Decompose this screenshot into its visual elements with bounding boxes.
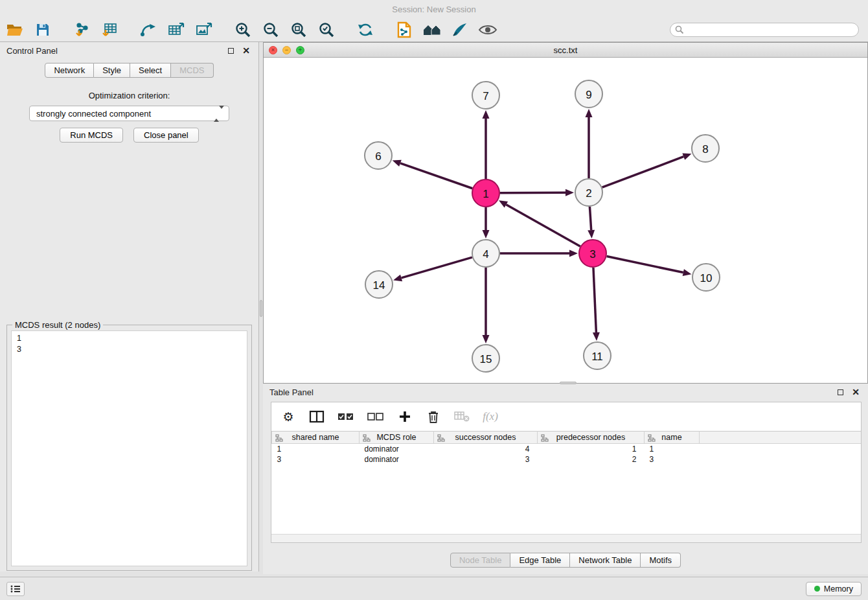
tab-node-table[interactable]: Node Table (450, 553, 511, 568)
table-toolbar: ⚙ f(x) (271, 402, 861, 431)
graph-edge[interactable] (402, 257, 472, 278)
zoom-out-icon[interactable] (261, 21, 280, 39)
graph-edge-arrow-icon (682, 154, 691, 160)
run-mcds-button[interactable]: Run MCDS (60, 128, 123, 143)
window-titlebar: Session: New Session (0, 0, 868, 18)
delete-columns-icon[interactable] (426, 408, 441, 425)
close-panel-button[interactable]: Close panel (133, 128, 199, 143)
import-table-from-file-icon[interactable] (100, 21, 119, 39)
column-header-predecessor-nodes[interactable]: predecessor nodes (538, 432, 645, 444)
graph-edge[interactable] (607, 257, 683, 273)
graph-node-label: 6 (375, 150, 381, 163)
close-table-panel-icon[interactable]: ✕ (850, 386, 862, 398)
graph-edge-arrow-icon (393, 275, 402, 282)
float-panel-icon[interactable] (225, 45, 236, 56)
tab-style[interactable]: Style (94, 63, 130, 78)
graph-node-label: 2 (586, 187, 591, 200)
graph-edge[interactable] (400, 163, 472, 189)
graph-edge-arrow-icon (483, 230, 490, 238)
show-columns-icon[interactable] (309, 408, 325, 425)
status-bar: Memory (0, 577, 868, 600)
table-cell[interactable]: 1 (272, 444, 360, 454)
table-cell[interactable]: dominator (360, 454, 434, 465)
table-cell[interactable]: 2 (538, 454, 645, 465)
graph-edge[interactable] (589, 207, 591, 230)
graph-edge-arrow-icon (586, 109, 593, 117)
mcds-result-list[interactable]: 13 (11, 330, 247, 566)
table-panel-tabs: Node Table Edge Table Network Table Moti… (263, 553, 868, 568)
tab-network-table[interactable]: Network Table (570, 553, 641, 568)
table-cell[interactable]: 3 (434, 454, 538, 465)
export-toolbar-group (139, 21, 214, 39)
search-icon (675, 25, 684, 36)
graph-node-label: 10 (700, 272, 713, 284)
memory-button-label: Memory (824, 584, 853, 594)
save-session-icon[interactable] (33, 21, 52, 39)
export-image-icon[interactable] (194, 21, 214, 39)
function-builder-icon[interactable]: f(x) (483, 408, 498, 425)
graph-node-label: 14 (373, 279, 385, 292)
graph-edge[interactable] (593, 268, 596, 332)
zoom-fit-icon[interactable] (289, 21, 308, 39)
layout-toolbar-group (356, 21, 375, 39)
table-row[interactable]: 3dominator323 (272, 454, 862, 465)
horizontal-splitter[interactable] (560, 382, 577, 384)
column-header-mcds-role[interactable]: MCDS role (360, 432, 434, 444)
column-header-successor-nodes[interactable]: successor nodes (434, 432, 538, 444)
table-cell[interactable]: 3 (645, 454, 700, 465)
table-row[interactable]: 1dominator411 (272, 444, 862, 454)
zoom-in-icon[interactable] (233, 21, 253, 39)
apply-style-icon[interactable] (450, 21, 470, 39)
clear-row-selection-icon[interactable] (367, 408, 384, 425)
show-graphics-details-icon[interactable] (478, 21, 497, 39)
table-cell[interactable]: 4 (434, 444, 538, 454)
close-panel-icon[interactable]: ✕ (240, 45, 252, 56)
export-network-icon[interactable] (139, 21, 158, 39)
memory-button[interactable]: Memory (806, 582, 862, 596)
task-history-icon[interactable] (6, 582, 25, 596)
graph-edge[interactable] (602, 157, 684, 188)
table-cell[interactable]: 3 (272, 454, 360, 465)
export-table-icon[interactable] (166, 21, 186, 39)
column-header-shared-name[interactable]: shared name (272, 432, 360, 444)
criterion-dropdown[interactable]: strongly connected component (29, 106, 229, 121)
select-all-rows-icon[interactable] (337, 408, 354, 425)
delete-table-icon[interactable] (454, 408, 470, 425)
column-header-name[interactable]: name (645, 432, 700, 444)
tab-mcds[interactable]: MCDS (171, 63, 213, 78)
graph-edge[interactable] (506, 205, 580, 247)
search-wrap (670, 23, 859, 37)
tab-select[interactable]: Select (130, 63, 171, 78)
float-table-panel-icon[interactable] (834, 386, 846, 398)
apply-preferred-layout-icon[interactable] (356, 21, 375, 39)
node-table: shared name MCDS role successor nodes (271, 431, 861, 465)
tab-edge-table[interactable]: Edge Table (510, 553, 570, 568)
table-panel-header: Table Panel ✕ (263, 384, 868, 400)
network-view-window: scc.txt × − + 7968124314101511 (263, 42, 868, 384)
table-horizontal-scrollbar[interactable] (271, 534, 861, 542)
tab-network[interactable]: Network (45, 63, 94, 78)
open-file-icon[interactable] (5, 21, 25, 39)
table-cell-filler (700, 444, 862, 454)
import-style-icon[interactable] (394, 21, 414, 39)
search-input[interactable] (670, 23, 859, 37)
zoom-selected-icon[interactable] (317, 21, 336, 39)
import-network-from-file-icon[interactable] (72, 21, 91, 39)
tab-motifs[interactable]: Motifs (641, 553, 681, 568)
table-cell[interactable]: 1 (645, 444, 700, 454)
graph-node-label: 8 (702, 143, 708, 156)
table-panel-body: ⚙ f(x) (271, 402, 862, 543)
table-cell[interactable]: dominator (360, 444, 434, 454)
graph-node-label: 4 (483, 248, 488, 260)
control-panel-header: Control Panel ✕ (0, 42, 258, 59)
graph-edge-arrow-icon (483, 110, 490, 119)
network-canvas[interactable]: 7968124314101511 (264, 58, 867, 383)
home-icon[interactable] (422, 21, 442, 39)
table-options-icon[interactable]: ⚙ (280, 408, 296, 425)
graph-edge[interactable] (500, 192, 565, 193)
dropdown-stepper-icon (214, 109, 224, 119)
control-panel: Control Panel ✕ Network Style Select MCD… (0, 42, 259, 571)
column-header-filler (700, 432, 862, 444)
table-cell[interactable]: 1 (538, 444, 645, 454)
create-column-icon[interactable] (397, 408, 413, 425)
